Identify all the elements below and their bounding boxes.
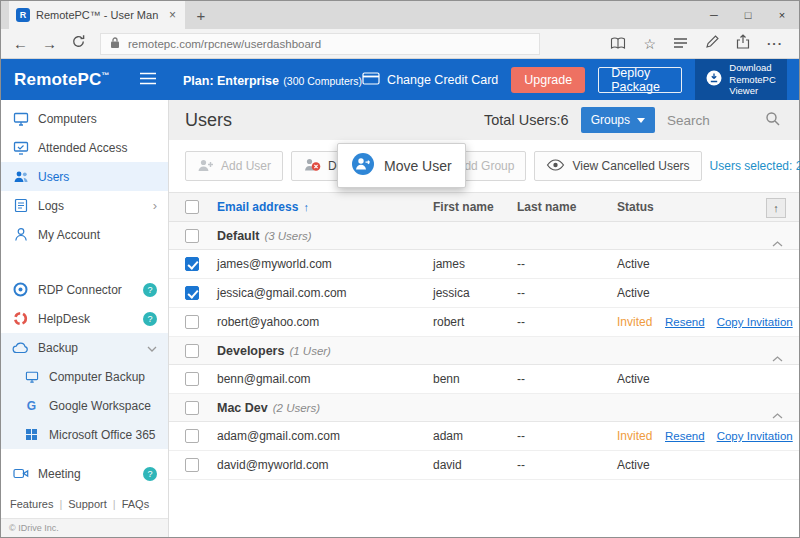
sidebar-item-my-account[interactable]: My Account (1, 220, 168, 249)
group-checkbox[interactable] (185, 401, 199, 415)
view-cancelled-users-button[interactable]: View Cancelled Users (534, 151, 701, 181)
scroll-to-top-button[interactable]: ↑ (766, 198, 786, 218)
attended-access-icon (12, 141, 29, 155)
web-note-pen-icon[interactable] (705, 35, 719, 53)
sidebar-item-google-workspace[interactable]: G Google Workspace (1, 391, 168, 420)
move-user-label: Move User (384, 158, 452, 174)
collapse-chevron-icon[interactable] (772, 233, 783, 251)
navbar-actions: ☆ ··· (610, 34, 787, 53)
user-first-name: james (433, 257, 517, 271)
sidebar-item-helpdesk[interactable]: HelpDesk ? (1, 304, 168, 333)
download-viewer-label: Download RemotePC Viewer (729, 62, 775, 98)
last-name-column-header[interactable]: Last name (517, 200, 617, 214)
search-icon[interactable] (765, 111, 780, 130)
add-user-button[interactable]: Add User (185, 151, 283, 181)
address-bar[interactable]: remotepc.com/rpcnew/userdashboard (100, 33, 540, 55)
move-user-icon (351, 152, 375, 179)
meeting-camera-icon (12, 468, 29, 479)
search-input[interactable] (667, 113, 759, 128)
back-button[interactable]: ← (13, 36, 28, 51)
plan-name: Plan: Enterprise (183, 74, 279, 88)
close-button[interactable]: × (765, 1, 799, 29)
help-badge[interactable]: ? (143, 467, 157, 481)
row-checkbox[interactable] (185, 286, 199, 300)
sidebar-item-computers[interactable]: Computers (1, 104, 168, 133)
view-cancelled-users-label: View Cancelled Users (572, 159, 689, 173)
share-icon[interactable] (736, 34, 750, 53)
user-status: Active (617, 257, 665, 271)
download-line1: Download (729, 62, 775, 74)
row-checkbox[interactable] (185, 315, 199, 329)
groups-dropdown-button[interactable]: Groups (581, 107, 655, 133)
user-last-name: -- (517, 458, 617, 472)
user-last-name: -- (517, 372, 617, 386)
resend-link[interactable]: Resend (665, 316, 705, 328)
users-selected-count: Users selected: 2 (710, 159, 800, 173)
sidebar-item-rdp-connector[interactable]: RDP Connector ? (1, 275, 168, 304)
hamburger-menu-icon[interactable] (139, 71, 157, 89)
group-checkbox[interactable] (185, 344, 199, 358)
table-header-row: Email address ↑ First name Last name Sta… (169, 192, 799, 222)
user-first-name: jessica (433, 286, 517, 300)
status-column-header[interactable]: Status (617, 200, 665, 214)
row-checkbox[interactable] (185, 458, 199, 472)
help-badge[interactable]: ? (143, 312, 157, 326)
deploy-package-button[interactable]: Deploy Package (598, 67, 682, 93)
row-checkbox[interactable] (185, 257, 199, 271)
reading-view-icon[interactable] (610, 35, 626, 53)
email-address-column-header[interactable]: Email address ↑ (217, 200, 433, 214)
faqs-link[interactable]: FAQs (122, 498, 150, 510)
users-header-bar: Users Total Users:6 Groups (169, 100, 799, 140)
browser-tab[interactable]: R RemotePC™ - User Man × (9, 1, 185, 29)
user-status: Active (617, 286, 665, 300)
more-menu-icon[interactable]: ··· (767, 36, 783, 51)
copy-invitation-link[interactable]: Copy Invitation (717, 316, 793, 328)
favorites-star-icon[interactable]: ☆ (643, 36, 656, 52)
credit-card-icon (362, 72, 380, 88)
collapse-chevron-icon[interactable] (772, 405, 783, 423)
sidebar-item-computer-backup[interactable]: Computer Backup (1, 362, 168, 391)
row-checkbox[interactable] (185, 372, 199, 386)
sidebar-spacer (1, 249, 168, 275)
features-link[interactable]: Features (10, 498, 53, 510)
eye-icon (546, 159, 565, 174)
row-checkbox[interactable] (185, 429, 199, 443)
new-tab-button[interactable]: + (185, 1, 217, 29)
user-row: james@myworld.com james -- Active (169, 250, 799, 279)
tab-close-icon[interactable]: × (167, 8, 178, 22)
chevron-right-icon: › (153, 198, 157, 213)
minimize-button[interactable]: ─ (697, 1, 731, 29)
select-all-checkbox[interactable] (185, 200, 199, 214)
refresh-button[interactable] (71, 34, 86, 53)
collapse-chevron-icon[interactable] (772, 348, 783, 366)
sidebar-item-backup[interactable]: Backup (1, 333, 168, 362)
brand-area: RemotePC™ (1, 70, 169, 90)
copy-invitation-link[interactable]: Copy Invitation (717, 430, 793, 442)
change-credit-card-button[interactable]: Change Credit Card (362, 72, 498, 88)
users-icon (12, 170, 29, 183)
sidebar-item-logs[interactable]: Logs › (1, 191, 168, 220)
hub-icon[interactable] (673, 35, 688, 53)
download-viewer-button[interactable]: Download RemotePC Viewer (695, 59, 786, 100)
support-link[interactable]: Support (68, 498, 107, 510)
tab-title: RemotePC™ - User Man (36, 9, 161, 21)
upgrade-button[interactable]: Upgrade (511, 67, 585, 93)
move-user-highlight-card[interactable]: Move User (337, 143, 466, 188)
sidebar-item-users[interactable]: Users (1, 162, 168, 191)
user-status: Invited (617, 315, 665, 329)
forward-button[interactable]: → (42, 36, 57, 51)
group-checkbox[interactable] (185, 229, 199, 243)
sidebar-item-meeting[interactable]: Meeting ? (1, 459, 168, 488)
maximize-button[interactable]: □ (731, 1, 765, 29)
rdp-connector-icon (12, 282, 29, 297)
help-badge[interactable]: ? (143, 283, 157, 297)
users-toolbar: Add User Delete User Add Group View Canc… (169, 140, 799, 192)
first-name-column-header[interactable]: First name (433, 200, 517, 214)
sidebar-item-attended-access[interactable]: Attended Access (1, 133, 168, 162)
resend-link[interactable]: Resend (665, 430, 705, 442)
user-first-name: david (433, 458, 517, 472)
user-last-name: -- (517, 429, 617, 443)
sidebar-item-microsoft-office-365[interactable]: Microsoft Office 365 (1, 420, 168, 449)
url-text[interactable]: remotepc.com/rpcnew/userdashboard (128, 38, 321, 50)
group-name: Default (217, 229, 259, 243)
